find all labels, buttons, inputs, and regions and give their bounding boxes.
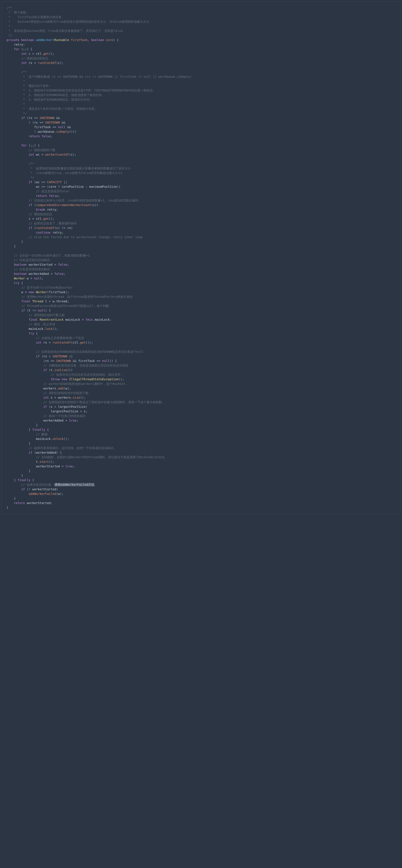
token-id: rs	[43, 354, 47, 358]
token-op: (	[56, 492, 58, 496]
token-op: .	[93, 318, 95, 321]
token-op: (	[53, 38, 54, 42]
token-op: ) !=	[58, 226, 67, 230]
token-op: } }	[6, 240, 23, 248]
token-op: .	[51, 437, 52, 440]
token-kw: finally	[18, 478, 32, 482]
token-op: .	[54, 300, 56, 303]
token-cl: isAlive	[54, 368, 67, 372]
token-cm: // 线程池当前状态	[6, 57, 48, 60]
token-op: .	[53, 368, 54, 372]
token-cm: // 走到这一步说明cas操作成功了，线程池线程数量+1	[6, 254, 90, 257]
token-op: (	[56, 61, 58, 65]
token-op: ;	[109, 318, 111, 321]
token-id: workerStarted	[36, 465, 60, 468]
token-cl: runStateOf	[53, 341, 71, 344]
token-op: );	[73, 153, 76, 156]
token-kw: return	[6, 194, 49, 197]
token-kw: if	[6, 405, 49, 408]
token-kw: if	[6, 368, 49, 372]
token-id: c	[29, 52, 30, 56]
token-op: ;	[51, 134, 52, 138]
token-id: w	[65, 386, 67, 390]
token-ty: Worker	[6, 277, 27, 280]
token-op: !=	[31, 309, 38, 312]
token-id: w	[6, 290, 23, 294]
token-cm: // 任务是否添加成功标识	[6, 268, 50, 271]
token-op: ;	[62, 231, 64, 234]
token-op: ());	[86, 341, 93, 344]
token-kw: if	[6, 354, 41, 358]
token-cl: get	[80, 341, 86, 344]
token-id: largestPoolSize	[58, 405, 86, 408]
token-cm: // else CAS failed due to workerCount ch…	[6, 235, 143, 239]
token-kw: if	[6, 309, 27, 312]
token-cm: // 在锁住之后再重新检测一下状态	[6, 336, 84, 340]
token-op: (	[27, 116, 29, 120]
token-cl: size	[73, 396, 80, 399]
token-op: (;;) {	[29, 144, 40, 147]
token-kw: boolean	[21, 38, 36, 42]
token-id: wc	[36, 153, 40, 156]
token-cl: lock	[45, 327, 53, 331]
token-id: mainLock	[6, 437, 51, 440]
token-id: t	[51, 368, 52, 372]
token-cm: // 如果存在已经启动并且还没死的线程，抛出异常。	[6, 373, 124, 376]
token-op: ))	[117, 185, 121, 188]
token-cm: // 如果任务添加成功，运行任务，改变一下任务成功启动标识。	[6, 446, 116, 450]
token-op: .	[38, 460, 39, 463]
token-kc: this	[86, 318, 93, 321]
token-id: mainLock	[95, 318, 109, 321]
token-op: }	[6, 478, 18, 482]
token-kw: boolean	[6, 272, 29, 276]
token-op: ) {	[45, 309, 51, 312]
token-kc: false	[58, 263, 67, 266]
token-op: {	[21, 281, 23, 285]
token-id: w	[27, 277, 29, 280]
token-kw: return	[6, 134, 41, 138]
token-cm: // 任务是否成功启动标识	[6, 258, 50, 262]
token-cm: // 如果状态改变了，重新循环操作	[6, 222, 77, 225]
token-id: ctl	[73, 341, 78, 344]
token-kw: continue	[6, 231, 53, 234]
token-op: )) {	[109, 359, 117, 363]
token-op: ();	[53, 327, 58, 331]
token-cn: CAPACITY	[47, 180, 62, 184]
token-id: workers	[58, 396, 71, 399]
token-op: ) {	[113, 38, 119, 42]
token-op: );	[67, 386, 71, 390]
token-cm: // 得到线程池的可重入锁	[6, 313, 65, 317]
token-kw: return	[6, 501, 27, 505]
token-cl: compareAndIncrementWorkerCount	[36, 203, 91, 207]
token-cm: // 线程池线程个数	[6, 148, 56, 152]
token-op: =	[31, 217, 36, 220]
token-id: corePoolSize	[62, 185, 84, 188]
token-op: ==	[38, 121, 45, 124]
token-op: ();	[119, 377, 124, 381]
token-op: ==	[49, 359, 56, 363]
token-cm: // 锁住，防止并发	[6, 322, 56, 326]
token-ty: IllegalThreadStateException	[69, 377, 119, 381]
token-cl: runStateOf	[38, 61, 56, 65]
token-op: (	[47, 290, 48, 294]
token-op: =	[47, 341, 52, 344]
token-kw: if	[6, 451, 34, 454]
token-op: (	[27, 309, 29, 312]
token-cl: runStateOf	[36, 226, 54, 230]
token-id: c	[6, 217, 31, 220]
token-op: =	[60, 465, 65, 468]
token-cm: // 重新检查状态	[6, 212, 52, 216]
token-op: =	[80, 318, 86, 321]
token-cn: SHUTDOWN	[45, 121, 60, 124]
token-op: =	[64, 419, 69, 422]
token-lb: retry:	[6, 43, 25, 46]
token-op: (;;) {	[21, 48, 32, 51]
token-op: =	[49, 272, 54, 276]
token-op: ;	[56, 208, 58, 211]
token-id: core	[49, 185, 56, 188]
token-id: workers	[6, 386, 56, 390]
token-cl: get	[43, 217, 49, 220]
token-id: rs	[34, 121, 38, 124]
token-kc: null	[38, 309, 45, 312]
token-kw: throw new	[6, 377, 69, 381]
